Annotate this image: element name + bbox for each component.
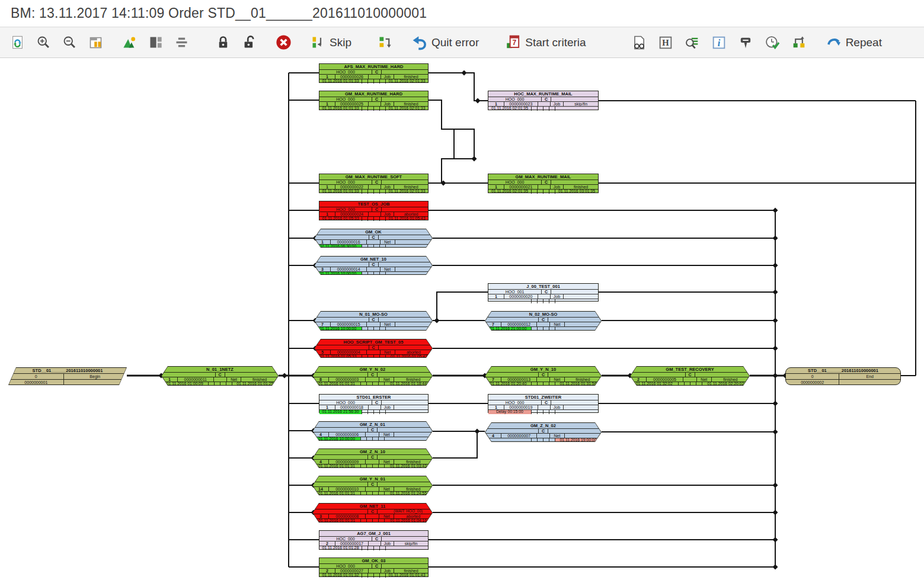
node-hoc-max-runtime-mail[interactable]: HOC_MAX_RUNTIME_MAILHOO_000C10000000023J…: [488, 91, 599, 110]
flag-button[interactable]: [737, 34, 754, 51]
skip-label: Skip: [330, 36, 351, 49]
cancel-button[interactable]: [275, 34, 292, 51]
connector-lines: [0, 58, 924, 580]
node-gm-test-recovery[interactable]: GM_TEST_RECOVERYC20000000005Netfinished0…: [630, 366, 750, 386]
node-gm-max-runtime-hard[interactable]: GM_MAX_RUNTIME_HARDHOO_000C10000000025Jo…: [319, 91, 429, 110]
node-test-os-job[interactable]: TEST_OS_JOBHOO_000C10000000024Jobaborted…: [319, 201, 429, 220]
document-glasses-button[interactable]: [631, 34, 647, 51]
node-j-00-test-001[interactable]: J_00_TEST_001HOO_001C10000000020Job: [488, 283, 599, 302]
svg-text:i: i: [717, 37, 720, 48]
node-n-02-mo-so[interactable]: N_02_MO-SOC70000000012Net01.11.2016 21:0…: [485, 311, 602, 331]
svg-text:7: 7: [513, 39, 517, 47]
node-gm-y-n-10[interactable]: GM_Y_N_10C70000000013Netfinished01.11.20…: [485, 366, 602, 386]
repeat-button[interactable]: Repeat: [825, 34, 882, 51]
search-list-button[interactable]: [684, 34, 701, 51]
application-window: BM: 13.11.2017 14:11:09 Order STD__01___…: [0, 0, 924, 580]
node-gm-net-11[interactable]: GM_NET_11C(WAIT: HOO_00)30000000008Netab…: [312, 503, 433, 523]
node-gm-z-n-10[interactable]: GM_Z_N_10C40000000009Netfinished01.11.20…: [312, 448, 433, 468]
repeat-label: Repeat: [846, 36, 882, 49]
node-order-begin[interactable]: STD__01______2016110100000010Begin000000…: [8, 367, 127, 385]
align-center-button[interactable]: [174, 34, 190, 50]
node-gm-z-n-01[interactable]: GM_Z_N_01C40000000006Net01.11.2016 10:00…: [312, 421, 433, 441]
svg-text:H: H: [662, 37, 669, 47]
hierarchy-button[interactable]: [377, 34, 393, 50]
node-order-end[interactable]: STD__01______2016110100000010End00000000…: [785, 367, 901, 385]
unlock-button[interactable]: [241, 34, 257, 50]
node-n-01-mo-so[interactable]: N_01_MO-SOC70000000015Net01.11.2016 10:0…: [314, 311, 433, 331]
start-criteria-button[interactable]: 7Start criteria: [504, 34, 586, 51]
quit-error-button[interactable]: Quit error: [411, 34, 479, 51]
node-std01-erster[interactable]: STD01_ERSTERHOO_000C10000000018Job01.11.…: [319, 394, 429, 413]
outline-view-button[interactable]: [148, 34, 164, 50]
node-gm-ok-03[interactable]: GM_OK_03HOO_000C20000000027Jobfinished01…: [319, 557, 429, 577]
title-bar: BM: 13.11.2017 14:11:09 Order STD__01___…: [0, 0, 924, 27]
node-gm-y-n-02[interactable]: GM_Y_N_02C80000000003Netfinished01.11.20…: [312, 366, 433, 386]
flowchart-button[interactable]: [791, 34, 807, 51]
skip-button[interactable]: Skip: [310, 34, 351, 50]
window-title: BM: 13.11.2017 14:11:09 Order STD__01___…: [11, 5, 427, 21]
node-gm-ok[interactable]: GM_OKC10000000016Net02.11.2016 06:30:00: [314, 229, 433, 248]
node-ag7-gm-j-001[interactable]: AG7_GM_J_001HOC_000C20000000017Jobskip/f…: [319, 530, 429, 550]
graphic-view-button[interactable]: [122, 34, 138, 50]
toolbar: Skip Quit error 7Start criteria H i Repe…: [0, 27, 924, 58]
refresh-button[interactable]: [9, 34, 25, 50]
node-gm-net-10[interactable]: GM_NET_10C30000000014Net01.11.2016 10:00…: [314, 256, 433, 275]
job-list-view-button[interactable]: [88, 34, 104, 50]
diagram-canvas: AFS_MAX_RUNTIME_HARDHOO_000C10000000026J…: [0, 58, 924, 580]
node-gm-max-runtime-soft[interactable]: GM_MAX_RUNTIME_SOFTHOO_000C10000000022Jo…: [319, 174, 429, 193]
node-std01-zweiter[interactable]: STD01_ZWEITERHOO_000C10000000019JobDelay…: [488, 394, 599, 413]
info-button[interactable]: i: [711, 34, 727, 51]
node-gm-max-runtime-mail[interactable]: GM_MAX_RUNTIME_MAILHOO_000C10000000021Jo…: [488, 174, 599, 193]
node-afs-max-runtime-hard[interactable]: AFS_MAX_RUNTIME_HARDHOO_000C10000000026J…: [319, 63, 429, 83]
zoom-in-button[interactable]: [36, 34, 52, 50]
node-hoo-script-gm-test-05[interactable]: HOO_SCRIPT_GM_TEST_05C50000000004Netabor…: [314, 339, 433, 358]
node-gm-z-n-02[interactable]: GM_Z_N_02C40000000007Net01.11.2016 19:00…: [485, 422, 602, 442]
node-n-01-1netz[interactable]: N_01_1NETZC10000000011Netfinished01.11.2…: [161, 366, 279, 386]
node-gm-y-n-01[interactable]: GM_Y_N_01C140000000010Netfinished01.11.2…: [312, 476, 433, 495]
zoom-out-button[interactable]: [62, 34, 78, 50]
quit-error-label: Quit error: [431, 36, 479, 49]
clock-check-button[interactable]: [764, 34, 781, 51]
lock-button[interactable]: [215, 34, 231, 50]
start-criteria-label: Start criteria: [525, 36, 586, 49]
legend-h-button[interactable]: H: [657, 34, 674, 51]
